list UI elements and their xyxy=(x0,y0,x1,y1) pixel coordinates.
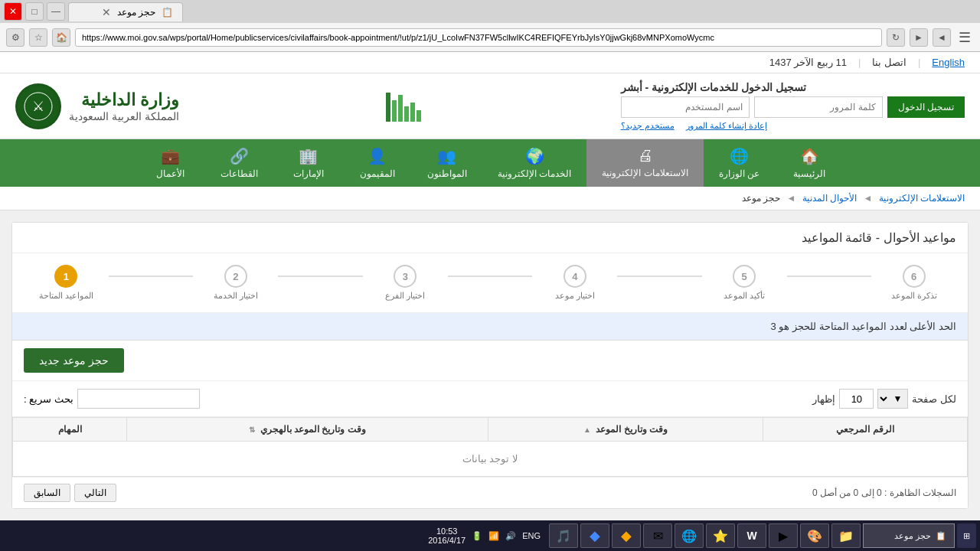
minimize-button[interactable]: — xyxy=(47,2,65,21)
col-reference: الرقم المرجعي xyxy=(763,418,968,442)
sys-volume: 🔊 xyxy=(505,531,516,541)
nav-emirates-label: الإمارات xyxy=(293,168,324,179)
breadcrumb-sep2: ◄ xyxy=(787,193,796,204)
star-button[interactable]: ☆ xyxy=(29,28,47,47)
no-data-cell: لا توجد بيانات xyxy=(13,442,968,477)
new-user-link[interactable]: مستخدم جديد؟ xyxy=(621,121,675,131)
address-bar[interactable] xyxy=(75,28,882,47)
citizens-nav-icon: 👥 xyxy=(437,147,456,165)
nav-citizens[interactable]: 👥 المواطنون xyxy=(412,139,482,187)
back-button[interactable]: ◄ xyxy=(933,28,951,47)
limit-notice: الحد الأعلى لعدد المواعيد المتاحة للحجز … xyxy=(12,313,968,341)
forward-button[interactable]: ► xyxy=(910,28,928,47)
step-5-label: تأكيد الموعد xyxy=(724,291,765,301)
ministry-sub: المملكة العربية السعودية xyxy=(69,110,179,122)
step-3-num: 3 xyxy=(394,265,416,288)
language-switch[interactable]: English xyxy=(932,57,965,68)
menu-icon[interactable]: ☰ xyxy=(956,29,974,46)
breadcrumb-civil[interactable]: الأحوال المدنية xyxy=(802,193,857,204)
prev-page-button[interactable]: السابق xyxy=(24,484,70,502)
new-appointment-area: حجز موعد جديد xyxy=(12,341,968,381)
taskbar-app-orange[interactable]: ◆ xyxy=(612,523,641,548)
taskbar-app-browser[interactable]: 🌐 xyxy=(675,523,704,548)
main-content: مواعيد الأحوال - قائمة المواعيد 6 تذكرة … xyxy=(0,210,980,520)
username-input[interactable] xyxy=(621,96,750,118)
sys-lang: ENG xyxy=(522,531,541,540)
show-count-input[interactable] xyxy=(839,389,874,409)
nav-emirates[interactable]: 🏢 الإمارات xyxy=(274,139,343,187)
contact-link[interactable]: اتصل بنا xyxy=(872,57,906,68)
ministry-name: وزارة الداخلية xyxy=(69,90,179,110)
residents-nav-icon: 👤 xyxy=(368,147,387,165)
home-button[interactable]: 🏠 xyxy=(52,28,70,47)
taskbar-app-star[interactable]: ⭐ xyxy=(706,523,735,548)
nav-sectors[interactable]: 🔗 القطاعات xyxy=(205,139,274,187)
steps-bar: 6 تذكرة الموعد 5 تأكيد الموعد 4 اختيار م… xyxy=(12,253,968,313)
top-bar: English | اتصل بنا | 11 ربيع الآخر 1437 xyxy=(0,52,980,73)
active-window[interactable]: 📋 حجز موعد xyxy=(863,523,955,548)
nav-home[interactable]: 🏠 الرئيسية xyxy=(775,139,844,187)
step-3: 3 اختيار الفرع xyxy=(363,265,448,301)
col-datetime-label: وقت وتاريخ الموعد xyxy=(596,424,668,435)
taskbar-app-mail[interactable]: ✉ xyxy=(643,523,672,548)
new-appointment-button[interactable]: حجز موعد جديد xyxy=(24,348,124,373)
breadcrumb: الاستعلامات الإلكترونية ◄ الأحوال المدني… xyxy=(0,187,980,210)
step-line-12 xyxy=(109,276,194,277)
nav-eservices[interactable]: 🌍 الخدمات الإلكترونية xyxy=(482,139,586,187)
nav-eservices-label: الخدمات الإلكترونية xyxy=(498,168,571,179)
nav-inquiries[interactable]: 🖨 الاستعلامات الإلكترونية xyxy=(586,139,703,187)
col-reference-label: الرقم المرجعي xyxy=(836,424,893,435)
login-button[interactable]: تسجيل الدخول xyxy=(887,96,965,118)
no-data-row: لا توجد بيانات xyxy=(13,442,968,477)
browser-tab[interactable]: 📋 حجز موعد ✕ xyxy=(68,2,183,21)
taskbar-app-blue[interactable]: ◆ xyxy=(580,523,609,548)
nav-home-label: الرئيسية xyxy=(793,168,825,179)
per-page-select[interactable]: ▼ xyxy=(877,389,908,409)
col-hijri-datetime[interactable]: وقت وتاريخ الموعد بالهجري ⇅ xyxy=(127,418,488,442)
nav-residents[interactable]: 👤 المقيمون xyxy=(343,139,412,187)
taskbar-app-folder[interactable]: 📁 xyxy=(831,523,861,548)
step-line-23 xyxy=(278,276,363,277)
show-label: إظهار xyxy=(812,393,835,405)
emirates-nav-icon: 🏢 xyxy=(299,147,318,165)
window-icon: 📋 xyxy=(936,531,946,541)
forgot-password-link[interactable]: إعادة إنشاء كلمة المرور xyxy=(686,121,767,131)
nav-citizens-label: المواطنون xyxy=(427,168,467,179)
sort-hijri-icon: ⇅ xyxy=(249,425,255,434)
step-2: 2 اختيار الخدمة xyxy=(193,265,278,301)
quick-search-input[interactable] xyxy=(77,389,200,409)
windows-icon: ⊞ xyxy=(963,531,970,541)
tab-close-button[interactable]: ✕ xyxy=(102,6,111,18)
nav-residents-label: المقيمون xyxy=(360,168,395,179)
step-5-num: 5 xyxy=(733,265,756,288)
close-browser-button[interactable]: ✕ xyxy=(4,2,22,21)
next-page-button[interactable]: التالي xyxy=(74,484,116,502)
per-page-label: لكل صفحة xyxy=(912,393,956,405)
col-datetime[interactable]: وقت وتاريخ الموعد ▲ xyxy=(488,418,763,442)
system-tray: ENG 🔊 📶 🔋 10:53 2016/4/17 xyxy=(422,527,547,545)
taskbar-app-ps[interactable]: 🎨 xyxy=(800,523,829,548)
pagination-bar: السجلات الظاهرة : 0 إلى 0 من أصل 0 التال… xyxy=(12,477,968,508)
step-6-num: 6 xyxy=(903,265,926,288)
start-button[interactable]: ⊞ xyxy=(957,523,976,548)
step-1-label: المواعيد المتاحة xyxy=(39,291,93,301)
nav-business[interactable]: 💼 الأعمال xyxy=(136,139,205,187)
maximize-button[interactable]: □ xyxy=(25,2,44,21)
step-3-label: اختيار الفرع xyxy=(385,291,425,301)
eservices-nav-icon: 🌍 xyxy=(525,147,544,165)
navigation-bar: 🏠 الرئيسية 🌐 عن الوزارة 🖨 الاستعلامات ال… xyxy=(0,139,980,187)
settings-button[interactable]: ⚙ xyxy=(6,28,24,47)
breadcrumb-sep1: ◄ xyxy=(863,193,872,204)
step-line-45 xyxy=(617,276,702,277)
taskbar-app-player[interactable]: ▶ xyxy=(769,523,798,548)
step-4: 4 اختيار موعد xyxy=(532,265,617,301)
login-title: تسجيل الدخول للخدمات الإلكترونية - أبشر xyxy=(621,81,806,93)
taskbar-app-music[interactable]: 🎵 xyxy=(549,523,578,548)
password-input[interactable] xyxy=(754,96,883,118)
nav-inquiries-label: الاستعلامات الإلكترونية xyxy=(602,168,688,178)
nav-ministry[interactable]: 🌐 عن الوزارة xyxy=(704,139,775,187)
taskbar-app-word[interactable]: W xyxy=(737,523,766,548)
breadcrumb-inquiries[interactable]: الاستعلامات الإلكترونية xyxy=(879,193,965,204)
refresh-button[interactable]: ↻ xyxy=(887,28,905,47)
col-tasks-label: المهام xyxy=(58,424,82,435)
